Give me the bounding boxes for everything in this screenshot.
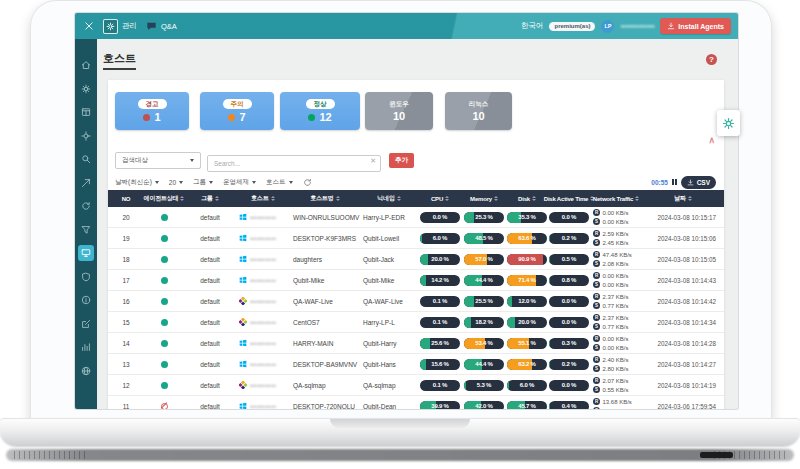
qa-menu[interactable]: Q&A <box>146 21 177 32</box>
receive-icon: R <box>593 398 600 405</box>
table-row[interactable]: 14default●●●.●●●.●●.●●HARRY-MAINQubit-Ha… <box>108 333 724 354</box>
qa-label: Q&A <box>161 22 177 31</box>
table-row[interactable]: 13default●●●.●●●.●●.●●DESKTOP-BA9MVNVQub… <box>108 354 724 375</box>
status-dot <box>143 114 150 121</box>
usage-pill: 20.0 % <box>420 254 460 265</box>
column-header-12[interactable]: 날짜 <box>642 194 724 203</box>
usage-pill: 0.0 % <box>549 380 589 391</box>
sidebar-item-globe[interactable] <box>78 363 94 379</box>
top-navbar: 관리 Q&A 한국어 premium(as) LP ●●●●●●●●●●●● I… <box>75 13 738 39</box>
usage-pill: 20.0 % <box>507 317 547 328</box>
row-date: 2024-03-08 10:14:42 <box>658 298 716 305</box>
avatar[interactable]: LP <box>601 20 614 33</box>
table-row[interactable]: 16default●●●.●●●.●●.●●QA-WAF-LiveQA-WAF-… <box>108 291 724 312</box>
search-input[interactable] <box>207 155 381 172</box>
table-row[interactable]: 17default●●●.●●●.●●.●●Qubit-MikeQubit-Mi… <box>108 270 724 291</box>
windows-icon <box>239 339 247 347</box>
filter-select-2[interactable]: 20 <box>169 179 183 186</box>
cell-7: 0.1 % <box>418 317 462 328</box>
cell-12: 2024-03-08 10:15:05 <box>642 256 724 263</box>
row-date: 2024-03-08 10:14:34 <box>658 319 716 326</box>
column-header-6[interactable]: 닉네임 <box>360 194 418 203</box>
summary-card-3[interactable]: 정상12 <box>280 92 360 130</box>
clear-search-icon[interactable]: ✕ <box>370 157 376 164</box>
status-dot <box>228 114 235 121</box>
language-selector[interactable]: 한국어 <box>521 21 544 31</box>
column-header-5[interactable]: 호스트명 <box>290 194 360 203</box>
host-ip-masked: ●●●.●●●.●●.●● <box>250 362 276 367</box>
filter-select-4[interactable]: 운영체제 <box>223 178 256 187</box>
manage-menu[interactable]: 관리 <box>103 19 137 34</box>
table-row[interactable]: 12default●●●.●●●.●●.●●QA-sqlmapQA-sqlmap… <box>108 375 724 396</box>
send-icon: S <box>593 218 600 225</box>
refresh-icon[interactable] <box>303 178 312 187</box>
sidebar-item-edit[interactable] <box>78 316 94 332</box>
cell-8: 44.4 % <box>462 359 506 370</box>
sort-icon <box>445 196 449 201</box>
card-value: 12 <box>319 112 331 123</box>
column-header-7[interactable]: CPU <box>418 196 462 202</box>
install-agents-button[interactable]: Install Agents <box>660 18 731 34</box>
sidebar-item-search[interactable] <box>78 151 94 167</box>
usage-pill: 15.6 % <box>420 359 460 370</box>
cell-9: 90.9 % <box>506 254 548 265</box>
summary-card-4[interactable]: 윈도우10 <box>365 92 433 130</box>
cell-6: Qubit-Jack <box>360 256 418 263</box>
cell-9: 63.6 % <box>506 233 548 244</box>
cell-12: 2024-03-08 10:14:42 <box>642 298 724 305</box>
cell-2 <box>144 319 184 326</box>
table-row[interactable]: 11default●●●.●●●.●●.●●DESKTOP-720NOLUQub… <box>108 396 724 409</box>
table-row[interactable]: 15default●●●.●●●.●●.●●CentOS7Harry-LP-L0… <box>108 312 724 333</box>
sidebar-item-info[interactable] <box>78 292 94 308</box>
usage-pill: 0.0 % <box>549 296 589 307</box>
cell-11: R2.07 KB/sS0.55 KB/s <box>590 377 642 394</box>
chevron-down-icon <box>190 159 194 162</box>
panel-settings-button[interactable] <box>717 110 740 136</box>
sidebar-item-filter[interactable] <box>78 222 94 238</box>
column-header-8[interactable]: Memory <box>462 196 506 202</box>
sidebar-item-send[interactable] <box>78 175 94 191</box>
sidebar-item-chart[interactable] <box>78 339 94 355</box>
filter-select-5[interactable]: 호스트 <box>266 178 293 187</box>
account-email-masked[interactable]: ●●●●●●●●●●●● <box>620 23 654 29</box>
sidebar-item-gear[interactable] <box>78 81 94 97</box>
cell-8: 44.4 % <box>462 275 506 286</box>
summary-card-1[interactable]: 경고1 <box>115 92 189 130</box>
column-header-4[interactable]: 호스트 <box>236 194 290 203</box>
agent-online-dot <box>161 235 168 242</box>
cell-9: 12.0 % <box>506 296 548 307</box>
cell-2 <box>144 361 184 368</box>
sidebar-item-monitor[interactable] <box>78 245 94 261</box>
network-traffic: R2.07 KB/sS0.55 KB/s <box>593 377 629 394</box>
column-header-9[interactable]: Disk <box>506 196 548 202</box>
sidebar-item-package[interactable] <box>78 104 94 120</box>
cell-10: 0.2 % <box>548 233 590 244</box>
table-row[interactable]: 20default●●●.●●●.●●.●●WIN-ONRULSUOOMVHar… <box>108 207 724 228</box>
sidebar-item-shield[interactable] <box>78 269 94 285</box>
collapse-summary-icon[interactable]: ∧ <box>708 136 715 145</box>
sidebar-item-home[interactable] <box>78 57 94 73</box>
csv-export-button[interactable]: CSV <box>681 176 716 189</box>
filter-select-1[interactable]: 날짜(최신순) <box>115 178 159 187</box>
table-row[interactable]: 19default●●●.●●●.●●.●●DESKTOP-K9F3MRSQub… <box>108 228 724 249</box>
column-header-2[interactable]: 에이전트상태 <box>144 194 184 203</box>
card-value: 10 <box>472 111 484 122</box>
column-header-10[interactable]: Disk Active Time <box>548 196 590 202</box>
summary-card-5[interactable]: 리눅스10 <box>445 92 512 130</box>
close-icon[interactable] <box>84 21 94 31</box>
column-header-3[interactable]: 그룹 <box>184 194 236 203</box>
cell-8: 48.5 % <box>462 233 506 244</box>
sidebar-item-history[interactable] <box>78 198 94 214</box>
usage-pill: 35.3 % <box>507 212 547 223</box>
help-icon[interactable]: ? <box>706 54 717 65</box>
sidebar-item-target[interactable] <box>78 128 94 144</box>
filter-select-3[interactable]: 그룹 <box>193 178 213 187</box>
table-row[interactable]: 18default●●●.●●●.●●.●●daughtersQubit-Jac… <box>108 249 724 270</box>
column-header-11[interactable]: Network Traffic <box>590 196 642 202</box>
cell-6: QA-sqlmap <box>360 382 418 389</box>
sort-icon <box>271 196 275 201</box>
pause-icon[interactable] <box>672 179 677 185</box>
summary-card-2[interactable]: 주의7 <box>200 92 274 130</box>
add-button[interactable]: 추가 <box>389 153 414 168</box>
search-target-select[interactable]: 검색대상 <box>115 152 201 169</box>
